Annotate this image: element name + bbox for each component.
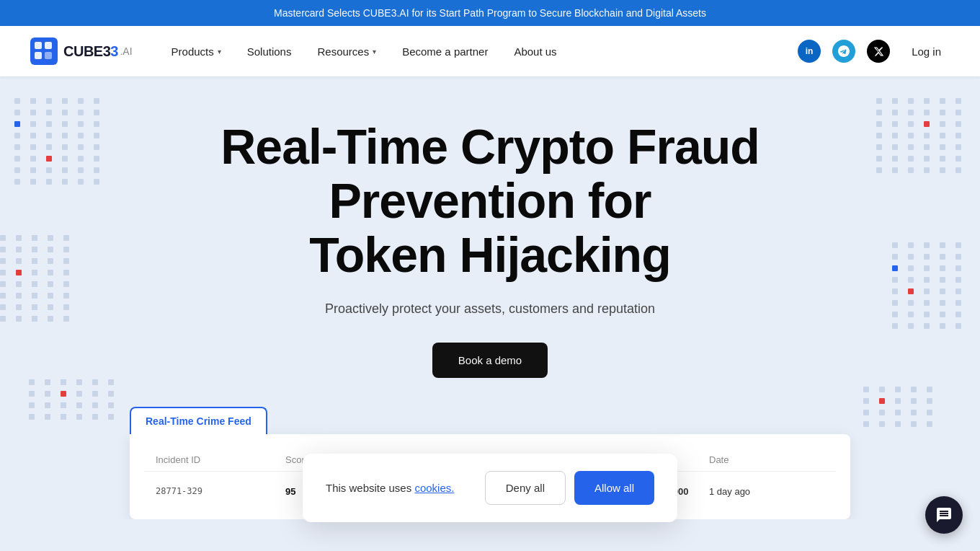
- announcement-bar: Mastercard Selects CUBE3.AI for its Star…: [0, 0, 980, 26]
- incident-id: 28771-329: [156, 486, 285, 496]
- chat-button[interactable]: [925, 496, 963, 534]
- allow-all-label: Allow all: [594, 482, 634, 494]
- cookie-text: This website uses cookies.: [326, 482, 468, 494]
- crime-feed-tab[interactable]: Real-Time Crime Feed: [130, 407, 267, 434]
- nav-about-label: About us: [514, 45, 556, 58]
- deny-all-button[interactable]: Deny all: [485, 471, 566, 505]
- col-incident-id: Incident ID: [156, 454, 285, 465]
- svg-rect-4: [45, 52, 52, 59]
- telegram-icon[interactable]: [832, 40, 855, 63]
- nav-resources-label: Resources: [317, 45, 369, 58]
- twitter-icon[interactable]: [867, 40, 890, 63]
- logo[interactable]: CUBE3 3 .AI: [29, 36, 133, 66]
- hero-content: Real-Time Crypto Fraud Prevention for To…: [220, 120, 760, 378]
- navbar: CUBE3 3 .AI Products ▾ Solutions Resourc…: [0, 26, 980, 76]
- products-chevron-icon: ▾: [218, 48, 221, 56]
- crime-feed-tab-label: Real-Time Crime Feed: [146, 415, 251, 427]
- hero-title-line2: Prevention for: [329, 173, 651, 228]
- nav-links: Products ▾ Solutions Resources ▾ Become …: [161, 40, 798, 63]
- nav-about[interactable]: About us: [504, 40, 566, 63]
- nav-partner[interactable]: Become a partner: [392, 40, 498, 63]
- allow-all-button[interactable]: Allow all: [574, 471, 654, 505]
- resources-chevron-icon: ▾: [373, 48, 376, 56]
- login-label: Log in: [912, 45, 941, 58]
- svg-rect-0: [30, 38, 58, 65]
- nav-right: in Log in: [798, 40, 951, 63]
- login-button[interactable]: Log in: [901, 40, 951, 63]
- nav-products[interactable]: Products ▾: [161, 40, 231, 63]
- dots-left-mid: [0, 235, 74, 322]
- nav-resources[interactable]: Resources ▾: [307, 40, 386, 63]
- nav-solutions-label: Solutions: [247, 45, 292, 58]
- dots-left-top: [14, 98, 104, 185]
- logo-icon: [29, 36, 59, 66]
- chat-icon: [935, 506, 953, 524]
- cookie-link-text: cookies.: [414, 482, 454, 494]
- deny-all-label: Deny all: [506, 482, 545, 494]
- hero-subtitle: Proactively protect your assets, custome…: [220, 301, 760, 317]
- book-demo-button[interactable]: Book a demo: [432, 343, 548, 378]
- hero-title-line3: Token Hijacking: [309, 227, 670, 282]
- cookie-buttons: Deny all Allow all: [485, 471, 654, 505]
- logo-text: CUBE3: [63, 43, 110, 60]
- svg-rect-1: [35, 42, 42, 49]
- nav-partner-label: Become a partner: [402, 45, 488, 58]
- cookie-banner: This website uses cookies. Deny all Allo…: [303, 454, 677, 522]
- hero-title-line1: Real-Time Crypto Fraud: [220, 119, 760, 174]
- dots-right-top: [876, 98, 966, 173]
- svg-rect-2: [45, 42, 52, 49]
- nav-solutions[interactable]: Solutions: [237, 40, 302, 63]
- book-demo-label: Book a demo: [458, 354, 522, 366]
- hero-title: Real-Time Crypto Fraud Prevention for To…: [220, 120, 760, 281]
- nav-products-label: Products: [172, 45, 214, 58]
- col-date: Date: [709, 454, 824, 465]
- date-value: 1 day ago: [709, 486, 824, 497]
- cookie-link[interactable]: cookies.: [414, 482, 454, 494]
- linkedin-icon[interactable]: in: [798, 40, 821, 63]
- announcement-text: Mastercard Selects CUBE3.AI for its Star…: [274, 7, 706, 19]
- dots-right-mid: [892, 242, 966, 329]
- cookie-message: This website uses: [326, 482, 414, 494]
- svg-rect-3: [35, 52, 42, 59]
